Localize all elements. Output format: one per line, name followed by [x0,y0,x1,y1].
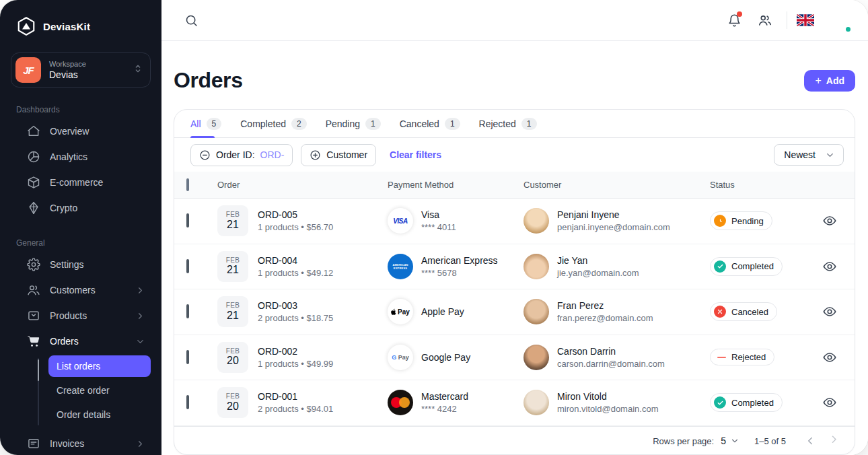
deviaskit-logo-icon [16,16,36,36]
order-date: FEB20 [217,342,248,373]
sidebar-item-label: Orders [50,336,79,347]
view-order-eye-icon[interactable] [818,300,842,324]
table-header: Order Payment Method Customer Status [174,172,855,199]
sidebar-item-crypto[interactable]: Crypto [11,195,151,221]
sidebar-item-settings[interactable]: Settings [11,252,151,277]
rows-per-page-select[interactable]: 5 [721,435,739,446]
view-order-eye-icon[interactable] [818,254,842,279]
amex-icon: AMERICAN EXPRESS [388,254,413,279]
customer-name: Fran Perez [557,300,653,311]
gear-icon [27,258,40,271]
sidebar-item-analytics[interactable]: Analytics [11,144,151,170]
table-row[interactable]: FEB21 ORD-005 1 products • $56.70 VISA V… [174,199,855,244]
order-id: ORD-003 [258,300,333,311]
status-badge: Completed [710,257,783,276]
add-button[interactable]: + Add [804,70,855,92]
circle-minus-icon [199,149,211,161]
chevron-right-icon [135,439,145,449]
check-icon [714,396,726,409]
notification-dot [737,11,742,17]
filter-chip-order-id[interactable]: Order ID: ORD- [190,144,293,166]
package-icon [27,309,40,322]
table-row[interactable]: FEB21 ORD-003 2 products • $18.75 Pay Ap… [174,289,855,335]
sidebar-item-label: Analytics [50,151,87,162]
table-row[interactable]: FEB20 ORD-002 1 products • $49.99 G Pay … [174,335,855,381]
notifications-bell-icon[interactable] [722,8,746,32]
users-icon [27,283,40,297]
view-order-eye-icon[interactable] [818,209,842,233]
status-badge: Pending [710,211,772,230]
workspace-name: Devias [49,69,124,81]
select-all-checkbox[interactable] [186,178,189,191]
sidebar-item-label: Crypto [50,203,77,213]
payment-name: Visa [421,209,456,220]
sidebar-item-label: Overview [50,126,89,137]
column-header-status: Status [710,180,818,190]
row-checkbox[interactable] [186,213,189,228]
next-page-icon[interactable] [826,431,845,450]
tab-completed[interactable]: Completed2 [240,110,306,137]
home-icon [27,125,40,138]
tab-canceled[interactable]: Canceled1 [400,110,460,137]
tab-count-badge: 1 [445,118,460,130]
view-order-eye-icon[interactable] [818,345,842,370]
sidebar-item-invoices[interactable]: Invoices [11,431,151,455]
sidebar-item-label: Customers [50,285,96,295]
customer-email: jie.yan@domain.com [557,268,639,278]
uk-flag-icon[interactable] [797,14,814,26]
tab-count-badge: 2 [291,118,307,130]
sidebar-item-create-order[interactable]: Create order [48,380,151,401]
filter-value: ORD- [260,149,285,160]
payment-card-digits: **** 4242 [421,404,468,414]
customer-avatar [523,390,549,415]
payment-name: Mastercard [421,391,468,402]
row-checkbox[interactable] [186,259,189,273]
filter-bar: Order ID: ORD- Customer Clear filters Ne… [174,138,855,172]
tab-count-badge: 1 [365,118,381,130]
order-date: FEB21 [217,205,248,236]
tab-rejected[interactable]: Rejected1 [479,110,537,137]
sidebar-item-order-details[interactable]: Order details [48,404,151,425]
topbar-divider [787,11,787,29]
order-summary: 1 products • $49.99 [258,359,333,369]
search-icon[interactable] [179,8,203,32]
orders-card: All5 Completed2 Pending1 Canceled1 Rejec… [174,109,855,455]
sidebar-item-ecommerce[interactable]: E-commerce [11,170,151,195]
status-tabs: All5 Completed2 Pending1 Canceled1 Rejec… [174,110,855,138]
status-badge: Completed [710,393,783,412]
table-row[interactable]: FEB21 ORD-004 1 products • $49.12 AMERIC… [174,244,855,290]
clear-filters-button[interactable]: Clear filters [390,149,441,160]
row-checkbox[interactable] [186,350,189,364]
sidebar-item-products[interactable]: Products [11,303,151,328]
sidebar-item-orders[interactable]: Orders [11,328,151,354]
sidebar-item-overview[interactable]: Overview [11,118,151,144]
chevron-down-icon [825,150,835,160]
tab-all[interactable]: All5 [190,110,221,137]
table-row[interactable]: FEB20 ORD-001 2 products • $94.01 Master… [174,380,855,426]
tab-pending[interactable]: Pending1 [326,110,381,137]
view-order-eye-icon[interactable] [818,390,842,415]
order-date: FEB21 [217,251,248,282]
payment-name: Google Pay [421,352,470,363]
sidebar-item-customers[interactable]: Customers [11,277,151,303]
sidebar-item-list-orders[interactable]: List orders [48,355,151,377]
filter-chip-customer[interactable]: Customer [301,144,376,166]
sort-select[interactable]: Newest [774,144,844,166]
customer-email: miron.vitold@domain.com [557,404,658,414]
workspace-selector[interactable]: JF Workspace Devias [11,53,151,88]
chevron-down-icon [730,436,739,446]
check-icon [714,260,726,273]
row-checkbox[interactable] [186,304,189,318]
tab-count-badge: 5 [207,118,222,130]
order-id: ORD-001 [258,391,333,402]
user-avatar[interactable] [826,7,852,33]
dash-icon [717,357,726,359]
chevron-down-icon [135,337,145,347]
previous-page-icon[interactable] [801,431,820,450]
contacts-users-icon[interactable] [753,8,777,32]
workspace-label: Workspace [49,59,124,69]
app-logo[interactable]: DeviasKit [11,16,151,36]
row-checkbox[interactable] [186,395,189,409]
order-summary: 1 products • $49.12 [258,268,333,278]
customer-avatar [523,345,549,370]
